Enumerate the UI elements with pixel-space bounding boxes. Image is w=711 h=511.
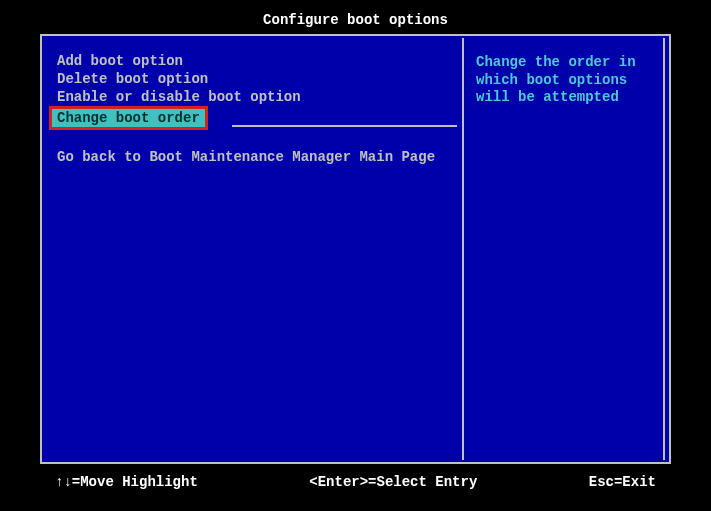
menu-item-go-back[interactable]: Go back to Boot Maintenance Manager Main… bbox=[52, 148, 462, 166]
selected-highlight: Change boot order bbox=[49, 106, 208, 130]
menu-item-add-boot[interactable]: Add boot option bbox=[52, 52, 462, 70]
page-title: Configure boot options bbox=[0, 0, 711, 34]
footer-bar: ↑↓=Move Highlight <Enter>=Select Entry E… bbox=[0, 464, 711, 490]
menu-item-change-order[interactable]: Change boot order bbox=[52, 109, 205, 127]
spacer bbox=[52, 130, 462, 148]
help-panel: Change the order in which boot options w… bbox=[462, 38, 665, 460]
menu-panel: Add boot option Delete boot option Enabl… bbox=[42, 36, 462, 462]
menu-item-enable-disable[interactable]: Enable or disable boot option bbox=[52, 88, 462, 106]
hint-exit: Esc=Exit bbox=[589, 474, 656, 490]
help-text-line: will be attempted bbox=[476, 89, 651, 107]
help-text-line: which boot options bbox=[476, 72, 651, 90]
hint-select: <Enter>=Select Entry bbox=[309, 474, 477, 490]
hint-move: ↑↓=Move Highlight bbox=[55, 474, 198, 490]
main-frame: Add boot option Delete boot option Enabl… bbox=[40, 34, 671, 464]
help-text-line: Change the order in bbox=[476, 54, 651, 72]
menu-item-delete-boot[interactable]: Delete boot option bbox=[52, 70, 462, 88]
